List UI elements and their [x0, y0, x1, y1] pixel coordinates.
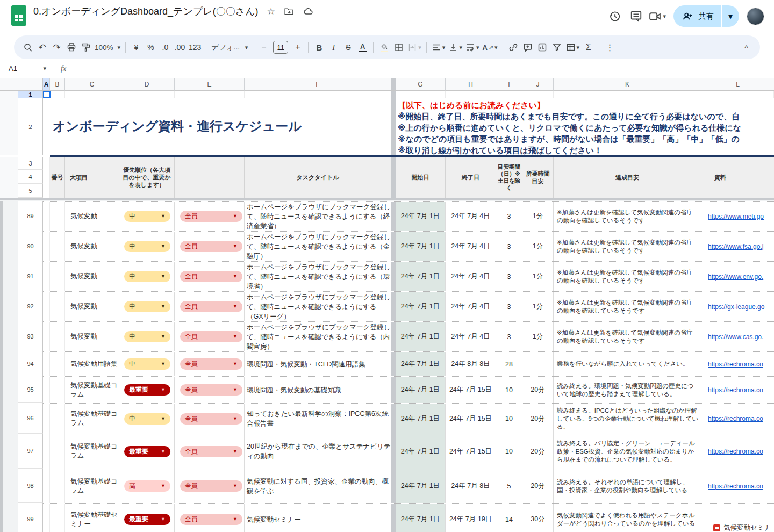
cell-end-date[interactable]: 24年 7月 4日	[446, 202, 496, 231]
cell-resource[interactable]: https://www.cas.go.	[701, 322, 774, 351]
frozen-column-divider[interactable]	[391, 78, 396, 91]
search-icon[interactable]	[20, 39, 35, 55]
priority-dropdown[interactable]: 最重要▼	[124, 514, 170, 525]
cell-number[interactable]	[50, 434, 65, 469]
cell-days[interactable]: 28	[496, 352, 522, 376]
cell-goal[interactable]: ※加藤さんは更新を確認して気候変動関連の省庁の動向を確認しているそうです	[554, 322, 701, 351]
cell-priority[interactable]: 中▼	[119, 352, 175, 376]
cell-goal[interactable]: ※加藤さんは更新を確認して気候変動関連の省庁の動向を確認しているそうです	[554, 202, 701, 231]
cell-category[interactable]: 気候変動	[65, 262, 119, 291]
row-header-3[interactable]: 3	[18, 157, 43, 170]
cell-number[interactable]	[50, 322, 65, 351]
cell-priority[interactable]: 高▼	[119, 469, 175, 503]
cell-task[interactable]: ホームページをブラウザにブックマーク登録して、随時ニュースを確認できるようにする…	[245, 232, 391, 261]
menu-item[interactable]	[69, 19, 78, 23]
cell-resource[interactable]: https://rechroma.co	[701, 352, 774, 376]
row-header[interactable]: 93	[18, 321, 43, 351]
cell-resource[interactable]: 気候変動セミナ	[701, 504, 774, 532]
row-header-5[interactable]: 5	[18, 184, 43, 198]
column-header-G[interactable]: G	[396, 78, 446, 91]
menu-item[interactable]	[98, 19, 108, 23]
cell-goal[interactable]: ※加藤さんは更新を確認して気候変動関連の省庁の動向を確認しているそうです	[554, 262, 701, 291]
account-avatar[interactable]	[747, 8, 764, 25]
dropdown-caret-icon[interactable]: ▼	[233, 387, 238, 392]
resource-link[interactable]: https://www.meti.go	[708, 213, 764, 220]
assignee-dropdown[interactable]: 全員▼	[180, 331, 242, 342]
text-rotation-button[interactable]: A↗▾	[481, 39, 499, 55]
priority-dropdown[interactable]: 中▼	[124, 358, 170, 370]
name-box-caret-icon[interactable]: ▾	[43, 66, 46, 71]
cell-A[interactable]	[43, 262, 50, 291]
cell-category[interactable]: 気候変動基礎コラム	[65, 404, 119, 434]
redo-icon[interactable]: ↷	[49, 39, 64, 55]
cell-assignee[interactable]: 全員▼	[175, 292, 245, 321]
cell-number[interactable]	[50, 232, 65, 261]
cell-time[interactable]: 1分	[522, 202, 554, 231]
cell-assignee[interactable]: 全員▼	[175, 469, 245, 503]
cell-goal[interactable]: ※加藤さんは更新を確認して気候変動関連の省庁の動向を確認しているそうです	[554, 292, 701, 321]
formula-input[interactable]	[66, 59, 774, 78]
cell-assignee[interactable]: 全員▼	[175, 404, 245, 434]
priority-dropdown[interactable]: 中▼	[124, 413, 170, 425]
assignee-dropdown[interactable]: 全員▼	[180, 271, 242, 282]
menu-item[interactable]	[49, 19, 59, 23]
menu-item[interactable]	[59, 19, 69, 23]
video-camera-icon[interactable]	[647, 5, 663, 27]
cell-start-date[interactable]: 24年 7月 1日	[396, 292, 446, 321]
cell-task[interactable]: 知っておきたい最新科学の洞察：IPCC第6次統合報告書	[245, 404, 391, 434]
dropdown-caret-icon[interactable]: ▼	[233, 362, 238, 366]
priority-dropdown[interactable]: 中▼	[124, 331, 170, 342]
decrease-decimal-button[interactable]: .0	[158, 39, 173, 55]
dropdown-caret-icon[interactable]: ▼	[233, 214, 238, 219]
cell-number[interactable]	[50, 352, 65, 376]
cell-time[interactable]	[522, 352, 554, 376]
dropdown-caret-icon[interactable]: ▼	[161, 449, 166, 454]
functions-button[interactable]: Σ	[581, 39, 596, 55]
cell-start-date[interactable]: 24年 7月 1日	[396, 377, 446, 403]
cell-resource[interactable]: https://rechroma.co	[701, 469, 774, 503]
cell-A[interactable]	[43, 322, 50, 351]
menu-item[interactable]	[88, 19, 98, 23]
cell-category[interactable]: 気候変動	[65, 202, 119, 231]
cell-category[interactable]: 気候変動基礎セミナー	[65, 504, 119, 532]
cell-resource[interactable]: https://gx-league.go	[701, 292, 774, 321]
cell-goal[interactable]: 気候変動関連でよく使われる用語やステークホルダーがどう関わり合っているのかを理解…	[554, 504, 701, 532]
cell-assignee[interactable]: 全員▼	[175, 352, 245, 376]
dropdown-caret-icon[interactable]: ▼	[233, 416, 238, 421]
cell-task[interactable]: 気候変動セミナー	[245, 504, 391, 532]
cell-assignee[interactable]: 全員▼	[175, 232, 245, 261]
cell-time[interactable]: 1分	[522, 292, 554, 321]
format-percent-button[interactable]: %	[144, 39, 158, 55]
decrease-font-size-button[interactable]: −	[256, 39, 271, 55]
cell-assignee[interactable]: 全員▼	[175, 377, 245, 403]
row-header-1[interactable]: 1	[18, 91, 43, 98]
row-header[interactable]: 99	[18, 503, 43, 532]
insert-comment-icon[interactable]	[521, 39, 535, 55]
fill-color-button[interactable]	[377, 39, 391, 55]
cell-resource[interactable]: https://www.env.go.	[701, 262, 774, 291]
cell-days[interactable]: 10	[496, 434, 522, 469]
cloud-status-icon[interactable]	[303, 6, 313, 17]
priority-dropdown[interactable]: 最重要▼	[124, 384, 170, 396]
cell-number[interactable]	[50, 202, 65, 231]
cell-assignee[interactable]: 全員▼	[175, 504, 245, 532]
cell-A[interactable]	[43, 434, 50, 469]
row-header[interactable]: 90	[18, 231, 43, 261]
resource-link[interactable]: https://rechroma.co	[708, 448, 763, 455]
dropdown-caret-icon[interactable]: ▼	[233, 304, 238, 309]
dropdown-caret-icon[interactable]: ▼	[161, 274, 166, 279]
cell-category[interactable]: 気候変動	[65, 322, 119, 351]
menu-item[interactable]	[30, 19, 40, 23]
star-icon[interactable]: ☆	[267, 6, 275, 17]
cell-task[interactable]: ホームページをブラウザにブックマーク登録して、随時ニュースを確認できるようにする…	[245, 292, 391, 321]
row-header[interactable]: 98	[18, 469, 43, 503]
cell-task[interactable]: ホームページをブラウザにブックマーク登録して、随時ニュースを確認できるようにする…	[245, 322, 391, 351]
cell-end-date[interactable]: 24年 7月 15日	[446, 434, 496, 469]
cell-start-date[interactable]: 24年 7月 1日	[396, 232, 446, 261]
font-select[interactable]: デフォ...▾	[210, 39, 249, 55]
column-header-J[interactable]: J	[522, 78, 554, 91]
cell-start-date[interactable]: 24年 7月 1日	[396, 202, 446, 231]
dropdown-caret-icon[interactable]: ▼	[161, 387, 166, 392]
cell-resource[interactable]: https://rechroma.co	[701, 377, 774, 403]
italic-button[interactable]: I	[326, 39, 341, 55]
